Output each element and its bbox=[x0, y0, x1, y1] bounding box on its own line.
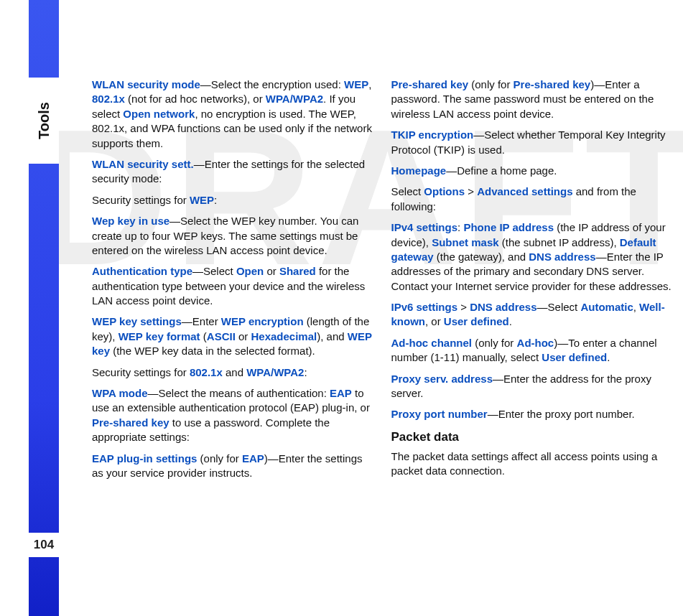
para-wpa-mode: WPA mode—Select the means of authenticat… bbox=[92, 386, 376, 445]
text: (only for bbox=[197, 452, 242, 465]
term: ASCII bbox=[207, 330, 236, 342]
text: > bbox=[457, 301, 470, 313]
term: WEP bbox=[190, 194, 214, 206]
text: or bbox=[264, 265, 279, 277]
term: User defined bbox=[444, 315, 509, 327]
text: (not for ad hoc networks), or bbox=[125, 93, 266, 105]
term: WEP encryption bbox=[221, 315, 304, 327]
term: TKIP encryption bbox=[391, 129, 474, 141]
term: Proxy serv. address bbox=[391, 373, 493, 385]
term: EAP plug-in settings bbox=[92, 452, 197, 465]
text: —Enter bbox=[182, 315, 221, 327]
term: Pre-shared key bbox=[391, 78, 469, 90]
text: . bbox=[509, 315, 512, 327]
text: , or bbox=[425, 315, 444, 327]
para-tkip: TKIP encryption—Select whether Temporal … bbox=[391, 128, 675, 157]
term: WEP key settings bbox=[92, 315, 182, 327]
term: Automatic bbox=[580, 301, 633, 313]
term: WEP key format bbox=[119, 330, 200, 342]
para-auth-type: Authentication type—Select Open or Share… bbox=[92, 264, 376, 308]
para-packet-data: The packet data settings affect all acce… bbox=[391, 449, 675, 479]
term: Homepage bbox=[391, 164, 447, 177]
text: and bbox=[223, 366, 246, 378]
text: ), and bbox=[317, 330, 348, 342]
term: User defined bbox=[542, 351, 607, 363]
text: or bbox=[236, 330, 251, 342]
text: —Select the encryption used: bbox=[200, 78, 344, 90]
term: Ad-hoc channel bbox=[391, 337, 473, 349]
term: Pre-shared key bbox=[514, 78, 591, 90]
section-tab: Tools bbox=[29, 78, 59, 164]
text: . bbox=[607, 351, 610, 363]
text: —Select bbox=[537, 301, 581, 313]
term: Authentication type bbox=[92, 265, 192, 277]
para-eap-plugin: EAP plug-in settings (only for EAP)—Ente… bbox=[92, 452, 376, 481]
text: : bbox=[304, 366, 307, 378]
term: Options bbox=[424, 185, 465, 197]
text: (the gateway), and bbox=[434, 251, 529, 263]
text: Security settings for bbox=[92, 194, 190, 206]
term: Subnet mask bbox=[432, 236, 498, 248]
term: WLAN security sett. bbox=[92, 158, 194, 170]
para-sec-8021x-wpa: Security settings for 802.1x and WPA/WPA… bbox=[92, 365, 376, 380]
term: Hexadecimal bbox=[251, 330, 317, 342]
section-label: Tools bbox=[36, 102, 52, 139]
heading-packet-data: Packet data bbox=[391, 429, 675, 445]
body-content: WLAN security mode—Select the encryption… bbox=[92, 78, 674, 587]
term: 802.1x bbox=[92, 93, 125, 105]
text: Select bbox=[391, 185, 424, 197]
term: EAP bbox=[330, 387, 352, 399]
para-wlan-security-mode: WLAN security mode—Select the encryption… bbox=[92, 78, 376, 151]
para-wlan-security-sett: WLAN security sett.—Enter the settings f… bbox=[92, 157, 376, 187]
text: —Enter the proxy port number. bbox=[488, 408, 635, 420]
term: DNS address bbox=[470, 301, 536, 313]
text: (only for bbox=[472, 337, 517, 349]
para-pre-shared-key: Pre-shared key (only for Pre-shared key)… bbox=[391, 78, 675, 121]
term: Open network bbox=[123, 108, 195, 120]
column-left: WLAN security mode—Select the encryption… bbox=[92, 78, 376, 587]
text: (the WEP key data in the selected format… bbox=[110, 345, 315, 357]
text: —Define a home page. bbox=[446, 164, 557, 177]
text: > bbox=[465, 185, 477, 197]
term: Pre-shared key bbox=[92, 416, 169, 429]
text: —Select the means of authentication: bbox=[148, 387, 330, 399]
text: ( bbox=[200, 330, 207, 342]
text: Security settings for bbox=[92, 366, 190, 378]
term: Shared bbox=[279, 265, 316, 277]
para-proxy-address: Proxy serv. address—Enter the address fo… bbox=[391, 372, 675, 401]
term: EAP bbox=[242, 452, 264, 465]
term: WPA mode bbox=[92, 387, 148, 399]
para-options-advanced: Select Options > Advanced settings and f… bbox=[391, 185, 675, 214]
text: —Select bbox=[192, 265, 236, 277]
para-ipv6: IPv6 settings > DNS address—Select Autom… bbox=[391, 300, 675, 330]
text: , bbox=[633, 301, 639, 313]
term: Wep key in use bbox=[92, 215, 169, 227]
para-adhoc-channel: Ad-hoc channel (only for Ad-hoc)—To ente… bbox=[391, 336, 675, 365]
term: Ad-hoc bbox=[517, 337, 554, 349]
term: Proxy port number bbox=[391, 408, 488, 420]
para-homepage: Homepage—Define a home page. bbox=[391, 164, 675, 178]
para-proxy-port: Proxy port number—Enter the proxy port n… bbox=[391, 407, 675, 421]
column-right: Pre-shared key (only for Pre-shared key)… bbox=[391, 78, 675, 587]
text: : bbox=[214, 194, 217, 206]
term: WEP bbox=[344, 78, 368, 90]
page: DRAFT Tools 104 WLAN security mode—Selec… bbox=[0, 0, 683, 616]
para-wep-key-in-use: Wep key in use—Select the WEP key number… bbox=[92, 214, 376, 258]
text: (the subnet IP address), bbox=[499, 236, 620, 248]
text: The packet data settings affect all acce… bbox=[391, 450, 658, 477]
term: WPA/WPA2 bbox=[246, 366, 304, 378]
term: 802.1x bbox=[190, 366, 223, 378]
page-number: 104 bbox=[29, 533, 59, 557]
text: , bbox=[368, 78, 371, 90]
para-wep-key-settings: WEP key settings—Enter WEP encryption (l… bbox=[92, 314, 376, 358]
term: WPA/WPA2 bbox=[266, 93, 323, 105]
term: Open bbox=[236, 265, 264, 277]
text: (only for bbox=[468, 78, 514, 90]
term: WLAN security mode bbox=[92, 78, 200, 90]
term: Phone IP address bbox=[463, 221, 554, 233]
term: IPv4 settings bbox=[391, 221, 458, 233]
para-ipv4: IPv4 settings: Phone IP address (the IP … bbox=[391, 220, 675, 294]
para-sec-wep: Security settings for WEP: bbox=[92, 193, 376, 207]
term: IPv6 settings bbox=[391, 301, 458, 313]
term: DNS address bbox=[529, 251, 595, 263]
